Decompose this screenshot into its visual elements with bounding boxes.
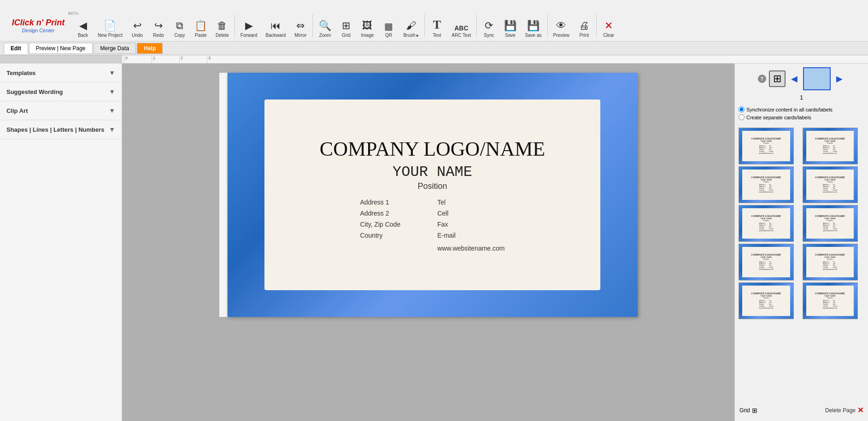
back-button[interactable]: ◀ Back — [73, 12, 93, 40]
backward-icon: ⏮ — [270, 20, 281, 32]
chevron-suggested-icon: ▼ — [109, 88, 115, 95]
toolbar-sep3 — [424, 14, 425, 37]
card-address2[interactable]: Address 2 — [360, 210, 401, 217]
sync-all-radio[interactable] — [739, 106, 745, 112]
clear-icon: ✕ — [604, 20, 613, 32]
right-panel: ? ⊞ ◀ ▶ 1 Synchronize content in all car… — [734, 64, 868, 421]
toolbar-sep2 — [312, 14, 313, 37]
save-as-button[interactable]: 💾 Save as — [521, 12, 545, 40]
zoom-icon: 🔍 — [319, 20, 331, 32]
sidebar-item-templates[interactable]: Templates ▼ — [0, 64, 122, 82]
card-your-name[interactable]: YOUR NAME — [393, 164, 472, 181]
delete-button[interactable]: 🗑 Delete — [212, 12, 233, 40]
forward-button[interactable]: ▶ Forward — [237, 12, 261, 40]
card-fax[interactable]: Fax — [437, 221, 504, 228]
thumbnail-3[interactable]: COMPANY LOGO/NAME YOUR NAME Position Add… — [739, 166, 794, 203]
image-button[interactable]: 🖼 Image — [357, 12, 377, 40]
card-address1[interactable]: Address 1 — [360, 199, 401, 206]
thumbnail-4[interactable]: COMPANY LOGO/NAME YOUR NAME Position Add… — [803, 166, 858, 203]
main-area: Templates ▼ Suggested Wording ▼ Clip Art… — [0, 64, 868, 421]
brush-button[interactable]: 🖌 Brush ▸ — [399, 12, 422, 40]
thumbnail-1[interactable]: COMPANY LOGO/NAME YOUR NAME Position Add… — [739, 128, 794, 164]
mirror-icon: ⇔ — [296, 20, 305, 32]
card-company-name[interactable]: COMPANY LOGO/NAME — [320, 137, 545, 161]
redo-icon: ↪ — [154, 20, 163, 32]
help-circle-icon[interactable]: ? — [758, 75, 766, 83]
redo-button[interactable]: ↪ Redo — [148, 12, 169, 40]
sidebar-item-clip-art[interactable]: Clip Art ▼ — [0, 101, 122, 120]
paste-button[interactable]: 📋 Paste — [191, 12, 211, 40]
thumbnail-8[interactable]: COMPANY LOGO/NAME YOUR NAME Position Add… — [803, 244, 858, 281]
tab-help[interactable]: Help — [137, 43, 163, 54]
tabbar: Edit Preview | New Page Merge Data Help — [0, 41, 868, 55]
arc-text-button[interactable]: ABC ARC Text — [448, 12, 475, 40]
delete-page-icon: ✕ — [857, 406, 863, 415]
card-country[interactable]: Country — [360, 232, 401, 239]
sidebar-item-shapes[interactable]: Shapes | Lines | Letters | Numbers ▼ — [0, 120, 122, 139]
thumbnail-2[interactable]: COMPANY LOGO/NAME YOUR NAME Position Add… — [803, 128, 858, 164]
toolbar: ◀ Back 📄 New Project ↩ Undo ↪ Redo ⧉ Cop… — [73, 12, 864, 40]
mirror-label: Mirror — [294, 33, 306, 38]
canvas[interactable]: COMPANY LOGO/NAME YOUR NAME Position Add… — [228, 73, 638, 317]
paste-label: Paste — [195, 33, 207, 38]
page-next-button[interactable]: ▶ — [833, 73, 845, 85]
arc-text-label: ARC Text — [452, 33, 471, 38]
card-cell[interactable]: Cell — [437, 210, 504, 217]
canvas-area[interactable]: COMPANY LOGO/NAME YOUR NAME Position Add… — [122, 64, 734, 421]
page-prev-button[interactable]: ◀ — [788, 73, 800, 85]
thumbnail-10[interactable]: COMPANY LOGO/NAME YOUR NAME Position Add… — [803, 282, 858, 319]
undo-icon: ↩ — [133, 20, 141, 32]
sidebar-shapes-label: Shapes | Lines | Letters | Numbers — [6, 126, 104, 133]
thumbnail-5[interactable]: COMPANY LOGO/NAME YOUR NAME Position Add… — [739, 205, 794, 242]
preview-button[interactable]: 👁 Preview — [550, 12, 574, 40]
sync-separate-radio[interactable] — [739, 114, 745, 120]
card-position[interactable]: Position — [417, 181, 447, 191]
card-right-col: Tel Cell Fax E-mail www.websitename.com — [437, 199, 504, 252]
undo-button[interactable]: ↩ Undo — [127, 12, 147, 40]
backward-button[interactable]: ⏮ Backward — [262, 12, 290, 40]
save-button[interactable]: 💾 Save — [500, 12, 520, 40]
undo-label: Undo — [132, 33, 143, 38]
logo-top: IClick n' Print — [12, 18, 65, 28]
clear-button[interactable]: ✕ Clear — [598, 12, 619, 40]
delete-label: Delete — [216, 33, 229, 38]
sync-button[interactable]: ⟳ Sync — [479, 12, 499, 40]
add-page-button[interactable]: ⊞ — [769, 70, 786, 87]
new-project-button[interactable]: 📄 New Project — [94, 12, 126, 40]
card-inner: COMPANY LOGO/NAME YOUR NAME Position Add… — [264, 99, 601, 290]
mirror-button[interactable]: ⇔ Mirror — [290, 12, 311, 40]
sidebar-item-suggested-wording[interactable]: Suggested Wording ▼ — [0, 82, 122, 101]
sync-all-label[interactable]: Synchronize content in all cards/labels — [739, 106, 864, 112]
tab-merge[interactable]: Merge Data — [94, 43, 136, 54]
toolbar-sep4 — [476, 14, 477, 37]
sync-separate-label[interactable]: Create separate cards/labels — [739, 114, 864, 120]
logo-bottom: Design Center — [22, 28, 54, 33]
tab-edit[interactable]: Edit — [4, 43, 28, 54]
tab-preview[interactable]: Preview | New Page — [29, 43, 93, 54]
thumbnail-6[interactable]: COMPANY LOGO/NAME YOUR NAME Position Add… — [803, 205, 858, 242]
card-email[interactable]: E-mail — [437, 232, 504, 239]
copy-button[interactable]: ⧉ Copy — [170, 12, 190, 40]
card-website[interactable]: www.websitename.com — [437, 245, 504, 252]
card-city[interactable]: City, Zip Code — [360, 221, 401, 228]
print-button[interactable]: 🖨 Print — [574, 12, 594, 40]
print-icon: 🖨 — [579, 20, 589, 32]
zoom-button[interactable]: 🔍 Zoom — [315, 12, 335, 40]
image-icon: 🖼 — [362, 20, 372, 32]
text-button[interactable]: T Text — [427, 12, 447, 40]
card-design: COMPANY LOGO/NAME YOUR NAME Position Add… — [228, 73, 638, 317]
sync-label: Sync — [484, 33, 494, 38]
qr-icon: ▦ — [384, 21, 393, 32]
grid-button[interactable]: ⊞ Grid — [336, 12, 356, 40]
sidebar-suggested-label: Suggested Wording — [6, 88, 63, 95]
print-label: Print — [580, 33, 589, 38]
delete-page-button[interactable]: Delete Page ✕ — [825, 406, 863, 415]
grid-panel-label[interactable]: Grid ⊞ — [739, 407, 757, 414]
thumbnail-9[interactable]: COMPANY LOGO/NAME YOUR NAME Position Add… — [739, 282, 794, 319]
page-thumbnail-active[interactable] — [803, 67, 831, 90]
card-tel[interactable]: Tel — [437, 199, 504, 206]
copy-label: Copy — [174, 33, 185, 38]
qr-button[interactable]: ▦ QR — [378, 12, 399, 40]
copy-icon: ⧉ — [176, 20, 183, 32]
thumbnail-7[interactable]: COMPANY LOGO/NAME YOUR NAME Position Add… — [739, 244, 794, 281]
